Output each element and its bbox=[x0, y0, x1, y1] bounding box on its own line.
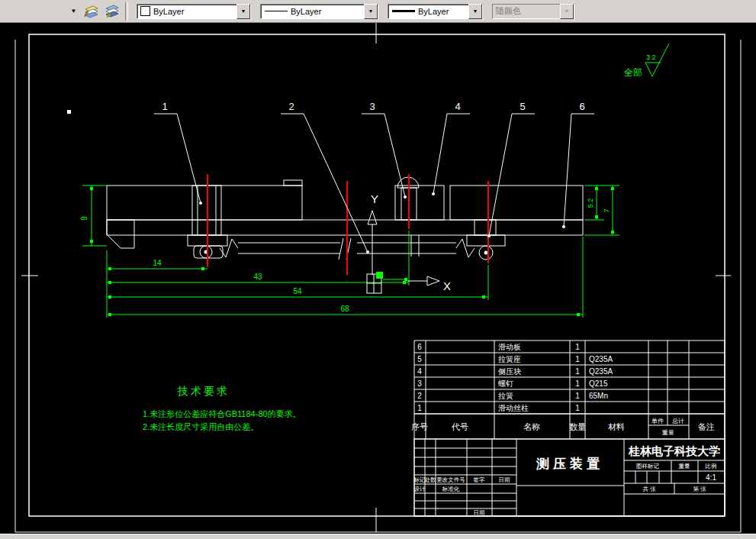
parts-header: 序号 代号 名称 数量 材料 单件 总计 重量 备注 bbox=[411, 418, 715, 436]
side-pressure-block[interactable] bbox=[450, 186, 583, 220]
scale-value: 4:1 bbox=[706, 473, 716, 482]
rev-date: 日期 bbox=[499, 476, 510, 483]
dim-right-outer[interactable]: 7 bbox=[603, 208, 610, 212]
part-qty: 1 bbox=[575, 367, 580, 376]
color-value: ByLayer bbox=[150, 7, 236, 16]
title-block: 测压装置 桂林电子科技大学 图样标记 重量 比例 4:1 共 张 第 张 标记 … bbox=[413, 439, 725, 516]
screw-block[interactable] bbox=[395, 186, 444, 220]
organization-name: 桂林电子科技大学 bbox=[628, 444, 720, 457]
header-no: 序号 bbox=[411, 422, 428, 431]
object-properties-toolbar: ▼ ByLayer ▼ ByLayer bbox=[0, 0, 756, 23]
status-strip bbox=[0, 534, 756, 539]
mark-header: 图样标记 bbox=[636, 463, 660, 470]
chevron-down-icon[interactable]: ▼ bbox=[468, 4, 482, 19]
header-unit: 单件 bbox=[651, 418, 664, 424]
svg-text:3: 3 bbox=[369, 101, 375, 112]
layer-previous-button[interactable] bbox=[101, 2, 121, 21]
color-swatch-icon bbox=[140, 6, 150, 16]
header-code: 代号 bbox=[451, 422, 468, 431]
parts-list-table: 6 滑动板 1 5 拉簧座 1 Q235A 4 侧压块 1 Q235A 3 螺钉… bbox=[411, 341, 725, 439]
x-axis-label: X bbox=[443, 279, 451, 292]
balloon-3[interactable]: 3 bbox=[362, 101, 407, 198]
part-no: 2 bbox=[417, 392, 422, 400]
scale-header: 比例 bbox=[706, 463, 717, 470]
balloon-callouts[interactable]: 1 2 3 4 5 bbox=[154, 101, 594, 253]
part-material: Q215 bbox=[589, 379, 608, 388]
weight-header: 重量 bbox=[679, 463, 691, 470]
standard-label: 标准化 bbox=[442, 486, 460, 492]
header-name: 名称 bbox=[523, 422, 540, 431]
right-stud[interactable] bbox=[467, 220, 505, 260]
tech-requirements[interactable]: 技术要求 1.未注形位公差应符合GB1184-80的要求。 2.未注长度尺寸采用… bbox=[143, 385, 301, 431]
date-label: 日期 bbox=[474, 509, 485, 516]
lineweight-sample-icon bbox=[392, 10, 415, 12]
dim-right-inner[interactable]: 5.2 bbox=[587, 198, 594, 208]
section-cut-lines[interactable] bbox=[207, 174, 488, 275]
lineweight-control-combo[interactable]: ByLayer ▼ bbox=[388, 4, 483, 19]
header-weight: 重量 bbox=[661, 429, 674, 436]
part-name: 螺钉 bbox=[498, 379, 513, 388]
roughness-scope: 全部 bbox=[624, 67, 642, 78]
part-no: 1 bbox=[417, 404, 422, 412]
rev-sign: 签字 bbox=[474, 476, 486, 483]
toolbar-flyout-button[interactable]: ▼ bbox=[67, 4, 80, 19]
upper-plate-tab[interactable] bbox=[284, 180, 302, 186]
part-qty: 1 bbox=[575, 343, 580, 351]
chevron-down-icon: ▼ bbox=[71, 8, 77, 15]
upper-plate-left[interactable] bbox=[107, 186, 302, 220]
tech-req-title: 技术要求 bbox=[177, 385, 230, 397]
section-view[interactable] bbox=[107, 174, 583, 275]
linetype-control-combo[interactable]: ByLayer ▼ bbox=[260, 4, 378, 19]
balloon-5[interactable]: 5 bbox=[487, 101, 535, 237]
make-object-layer-current-button[interactable] bbox=[81, 2, 100, 21]
revision-row: 标记 处数 更改文件号 签字 日期 设计 标准化 日期 bbox=[413, 476, 510, 516]
svg-text:6: 6 bbox=[579, 101, 584, 112]
blip-mark bbox=[67, 110, 71, 114]
header-qty: 数量 bbox=[569, 422, 586, 431]
dim-43[interactable]: 43 bbox=[253, 273, 262, 281]
dim-54[interactable]: 54 bbox=[293, 287, 302, 295]
part-qty: 1 bbox=[575, 392, 580, 400]
roughness-note[interactable]: 全部 3.2 bbox=[624, 44, 669, 78]
svg-text:1: 1 bbox=[162, 101, 167, 112]
balloon-1[interactable]: 1 bbox=[154, 101, 202, 205]
part-name: 拉簧 bbox=[498, 392, 513, 400]
part-no: 5 bbox=[417, 355, 422, 363]
part-name: 滑动板 bbox=[498, 343, 521, 351]
plot-style-value: 随颜色 bbox=[493, 5, 560, 17]
part-no: 6 bbox=[417, 343, 422, 351]
svg-text:5: 5 bbox=[520, 101, 525, 112]
part-material: Q235A bbox=[589, 355, 613, 363]
linetype-sample-icon bbox=[265, 11, 288, 11]
plot-style-control-combo: 随颜色 ▼ bbox=[492, 4, 574, 19]
balloon-2[interactable]: 2 bbox=[281, 101, 369, 253]
layers-arrow-icon bbox=[83, 5, 98, 18]
chevron-down-icon[interactable]: ▼ bbox=[364, 4, 378, 19]
tech-req-item-2: 2.未注长度尺寸采用自由公差。 bbox=[143, 422, 259, 431]
drawing-title: 测压装置 bbox=[536, 457, 603, 471]
part-material: 65Mn bbox=[589, 392, 608, 400]
layers-previous-icon bbox=[104, 5, 119, 18]
svg-text:2: 2 bbox=[288, 101, 294, 112]
design-label: 设计 bbox=[414, 486, 426, 492]
dimensions[interactable]: 9 14 43 54 68 bbox=[80, 186, 619, 318]
dim-14[interactable]: 14 bbox=[153, 259, 162, 267]
header-remark: 备注 bbox=[698, 422, 715, 431]
left-foot-block[interactable] bbox=[107, 220, 134, 248]
svg-text:4: 4 bbox=[455, 101, 460, 112]
chevron-down-icon: ▼ bbox=[560, 4, 574, 19]
part-qty: 1 bbox=[575, 404, 580, 412]
header-total: 总计 bbox=[671, 418, 684, 424]
sliding-plate[interactable] bbox=[107, 220, 583, 235]
lineweight-value: ByLayer bbox=[415, 7, 468, 16]
color-control-combo[interactable]: ByLayer ▼ bbox=[137, 4, 251, 19]
chevron-down-icon[interactable]: ▼ bbox=[236, 4, 250, 19]
part-qty: 1 bbox=[575, 355, 580, 363]
balloon-4[interactable]: 4 bbox=[432, 101, 470, 195]
dim-height[interactable]: 9 bbox=[80, 216, 88, 221]
balloon-6[interactable]: 6 bbox=[562, 101, 594, 228]
dim-68[interactable]: 68 bbox=[340, 305, 349, 313]
rev-doc-no: 更改文件号 bbox=[436, 476, 465, 483]
rev-count: 处数 bbox=[424, 476, 437, 483]
drawing-canvas[interactable]: 9 14 43 54 68 bbox=[0, 23, 756, 534]
